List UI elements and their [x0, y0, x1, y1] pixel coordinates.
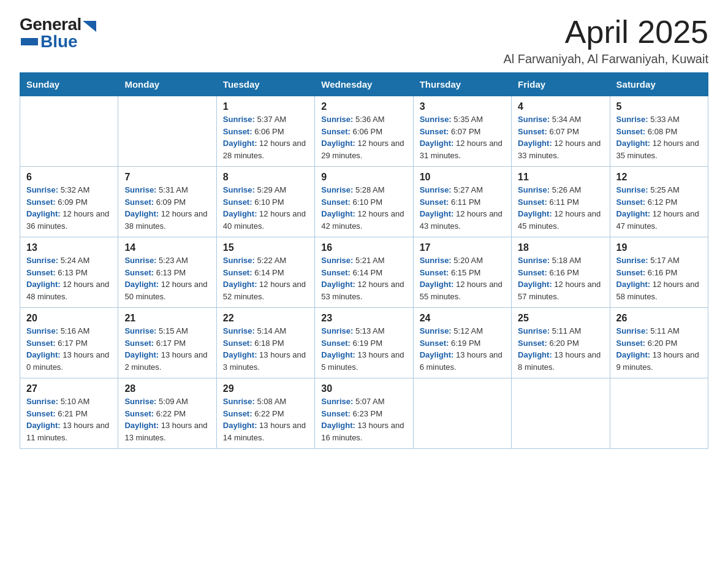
daylight-label: Daylight:	[223, 350, 257, 359]
sunset-value: 6:14 PM	[353, 268, 382, 277]
sunset-label: Sunset:	[223, 339, 252, 348]
daylight-line: Daylight: 12 hours and 36 minutes.	[26, 208, 112, 232]
header: General Blue April 2025 Al Farwaniyah, A…	[20, 15, 708, 66]
sunset-label: Sunset:	[321, 127, 351, 136]
day-number: 16	[321, 242, 406, 253]
sunset-line: Sunset: 6:19 PM	[321, 337, 406, 350]
day-info: Sunrise: 5:14 AMSunset: 6:18 PMDaylight:…	[223, 325, 308, 373]
daylight-label: Daylight:	[518, 139, 552, 148]
sunrise-line: Sunrise: 5:29 AM	[223, 184, 308, 196]
daylight-label: Daylight:	[616, 350, 651, 359]
daylight-label: Daylight:	[420, 350, 454, 359]
sunrise-value: 5:26 AM	[552, 185, 582, 194]
sunrise-label: Sunrise:	[223, 397, 255, 406]
sunrise-label: Sunrise:	[616, 326, 648, 335]
daylight-line: Daylight: 12 hours and 55 minutes.	[420, 278, 505, 302]
sunset-label: Sunset:	[321, 197, 351, 207]
day-info: Sunrise: 5:27 AMSunset: 6:11 PMDaylight:…	[420, 184, 505, 232]
daylight-line: Daylight: 12 hours and 47 minutes.	[616, 208, 702, 232]
sunset-line: Sunset: 6:08 PM	[616, 126, 702, 138]
week-row-4: 20Sunrise: 5:16 AMSunset: 6:17 PMDayligh…	[20, 308, 708, 378]
day-number: 30	[321, 383, 406, 394]
calendar-cell: 13Sunrise: 5:24 AMSunset: 6:13 PMDayligh…	[20, 237, 118, 308]
sunrise-line: Sunrise: 5:20 AM	[420, 255, 505, 267]
sunrise-value: 5:27 AM	[453, 185, 483, 194]
daylight-line: Daylight: 12 hours and 43 minutes.	[420, 208, 505, 232]
sunset-line: Sunset: 6:10 PM	[223, 196, 308, 209]
daylight-line: Daylight: 12 hours and 52 minutes.	[223, 278, 308, 302]
sunset-label: Sunset:	[420, 339, 449, 348]
sunrise-label: Sunrise:	[420, 115, 452, 124]
calendar-cell: 19Sunrise: 5:17 AMSunset: 6:16 PMDayligh…	[610, 237, 708, 308]
calendar-cell: 22Sunrise: 5:14 AMSunset: 6:18 PMDayligh…	[216, 308, 314, 378]
sunrise-value: 5:23 AM	[159, 256, 188, 265]
sunrise-line: Sunrise: 5:33 AM	[616, 113, 702, 126]
day-number: 10	[420, 172, 505, 183]
sunrise-label: Sunrise:	[26, 256, 58, 265]
calendar-cell: 16Sunrise: 5:21 AMSunset: 6:14 PMDayligh…	[315, 237, 413, 308]
day-number: 13	[26, 242, 112, 253]
daylight-label: Daylight:	[616, 280, 651, 289]
sunrise-value: 5:35 AM	[453, 115, 483, 124]
day-info: Sunrise: 5:32 AMSunset: 6:09 PMDaylight:…	[26, 184, 112, 232]
sunrise-value: 5:07 AM	[355, 397, 385, 406]
sunset-label: Sunset:	[321, 339, 351, 348]
daylight-line: Daylight: 13 hours and 0 minutes.	[26, 349, 112, 373]
sunset-line: Sunset: 6:09 PM	[26, 196, 112, 209]
sunrise-value: 5:20 AM	[453, 256, 483, 265]
sunset-label: Sunset:	[616, 127, 646, 136]
calendar-table: Sunday Monday Tuesday Wednesday Thursday…	[20, 72, 708, 449]
sunset-value: 6:13 PM	[58, 268, 87, 277]
day-info: Sunrise: 5:17 AMSunset: 6:16 PMDaylight:…	[616, 255, 702, 302]
daylight-label: Daylight:	[420, 139, 454, 148]
day-number: 5	[616, 101, 702, 112]
daylight-line: Daylight: 12 hours and 28 minutes.	[223, 137, 308, 161]
calendar-cell: 11Sunrise: 5:26 AMSunset: 6:11 PMDayligh…	[512, 167, 610, 237]
day-info: Sunrise: 5:15 AMSunset: 6:17 PMDaylight:…	[124, 325, 210, 373]
sunrise-value: 5:21 AM	[355, 256, 385, 265]
sunrise-value: 5:12 AM	[453, 326, 483, 335]
daylight-line: Daylight: 12 hours and 33 minutes.	[518, 137, 603, 161]
sunset-line: Sunset: 6:12 PM	[616, 196, 702, 209]
sunset-line: Sunset: 6:07 PM	[420, 126, 505, 138]
sunrise-line: Sunrise: 5:09 AM	[124, 396, 210, 408]
calendar-cell: 12Sunrise: 5:25 AMSunset: 6:12 PMDayligh…	[610, 167, 708, 237]
sunset-label: Sunset:	[26, 197, 56, 207]
calendar-cell: 30Sunrise: 5:07 AMSunset: 6:23 PMDayligh…	[315, 378, 413, 449]
sunrise-line: Sunrise: 5:13 AM	[321, 325, 406, 337]
sunset-value: 6:16 PM	[549, 268, 578, 277]
day-number: 22	[223, 313, 308, 324]
sunset-line: Sunset: 6:22 PM	[223, 408, 308, 420]
day-number: 23	[321, 313, 406, 324]
sunrise-value: 5:11 AM	[552, 326, 582, 335]
sunrise-value: 5:15 AM	[159, 326, 188, 335]
day-number: 28	[124, 383, 210, 394]
daylight-label: Daylight:	[223, 209, 257, 218]
sunrise-line: Sunrise: 5:34 AM	[518, 113, 603, 126]
daylight-line: Daylight: 13 hours and 16 minutes.	[321, 419, 406, 443]
sunset-line: Sunset: 6:23 PM	[321, 408, 406, 420]
sunrise-line: Sunrise: 5:14 AM	[223, 325, 308, 337]
logo-rect-icon	[21, 38, 38, 45]
sunrise-line: Sunrise: 5:23 AM	[124, 255, 210, 267]
sunrise-line: Sunrise: 5:32 AM	[26, 184, 112, 196]
day-info: Sunrise: 5:08 AMSunset: 6:22 PMDaylight:…	[223, 396, 308, 443]
sunset-value: 6:10 PM	[353, 197, 382, 207]
sunrise-label: Sunrise:	[124, 326, 156, 335]
daylight-label: Daylight:	[616, 209, 651, 218]
sunset-value: 6:20 PM	[648, 339, 677, 348]
sunset-label: Sunset:	[321, 409, 351, 418]
day-info: Sunrise: 5:07 AMSunset: 6:23 PMDaylight:…	[321, 396, 406, 443]
sunset-line: Sunset: 6:15 PM	[420, 267, 505, 279]
sunset-label: Sunset:	[26, 339, 56, 348]
daylight-line: Daylight: 12 hours and 57 minutes.	[518, 278, 603, 302]
day-number: 14	[124, 242, 210, 253]
svg-rect-1	[21, 38, 38, 45]
daylight-line: Daylight: 12 hours and 48 minutes.	[26, 278, 112, 302]
week-row-1: 1Sunrise: 5:37 AMSunset: 6:06 PMDaylight…	[20, 96, 708, 167]
day-info: Sunrise: 5:29 AMSunset: 6:10 PMDaylight:…	[223, 184, 308, 232]
day-number: 24	[420, 313, 505, 324]
sunset-line: Sunset: 6:22 PM	[124, 408, 210, 420]
daylight-line: Daylight: 12 hours and 29 minutes.	[321, 137, 406, 161]
day-number: 26	[616, 313, 702, 324]
